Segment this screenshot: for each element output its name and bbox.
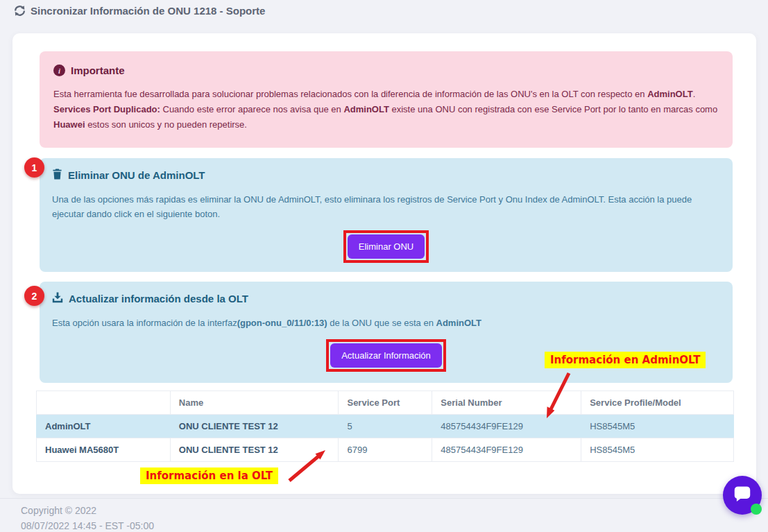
section-eliminar-onu: Eliminar ONU de AdminOLT Una de las opci… (40, 158, 733, 272)
step-1-badge: 1 (24, 157, 44, 178)
section1-body: Una de las opciones más rapidas es elimi… (52, 192, 720, 221)
cell-source: AdminOLT (37, 415, 171, 438)
footer-copyright: Copyright © 2022 (21, 505, 96, 516)
page-title: Sincronizar Información de ONU 1218 - So… (14, 5, 265, 17)
footer-datetime: 08/07/2022 14:45 - EST -05:00 (21, 520, 154, 531)
cell-service-port: 5 (339, 415, 432, 438)
main-card: i Importante Esta herramienta fue desarr… (12, 33, 756, 494)
online-status-dot (751, 504, 762, 515)
annotation-informacion-adminolt: Información en AdminOLT (545, 352, 706, 368)
cell-source: Huawei MA5680T (37, 438, 171, 462)
sync-icon (14, 5, 26, 17)
annotation-informacion-olt: Información en la OLT (140, 467, 278, 484)
section2-title-text: Actualizar información desde la OLT (69, 293, 248, 304)
page-title-text: Sincronizar Información de ONU 1218 - So… (31, 5, 265, 17)
header-name: Name (170, 391, 339, 415)
cell-profile: HS8545M5 (581, 415, 734, 438)
header-service-port: Service Port (339, 391, 432, 415)
table-row-olt: Huawei MA5680T ONU CLIENTE TEST 12 6799 … (37, 438, 734, 462)
alert-title: i Importante (53, 65, 719, 76)
section1-title: Eliminar ONU de AdminOLT (52, 169, 720, 182)
chat-widget-button[interactable] (723, 476, 762, 515)
important-alert: i Importante Esta herramienta fue desarr… (40, 51, 733, 148)
table-header-row: Name Service Port Serial Number Service … (37, 391, 734, 415)
actualizar-informacion-button[interactable]: Actualizar Información (330, 343, 442, 368)
section1-title-text: Eliminar ONU de AdminOLT (68, 169, 205, 181)
actualizar-button-annotation-box: Actualizar Información (326, 339, 446, 372)
eliminar-button-annotation-box: Eliminar ONU (343, 230, 429, 263)
cell-service-port: 6799 (339, 438, 432, 462)
header-service-profile: Service Profile/Model (581, 391, 734, 415)
cell-name: ONU CLIENTE TEST 12 (170, 438, 339, 462)
alert-body: Esta herramienta fue desarrollada para s… (53, 87, 719, 132)
alert-title-text: Importante (71, 65, 125, 76)
eliminar-onu-button[interactable]: Eliminar ONU (348, 234, 425, 259)
onu-comparison-table: Name Service Port Serial Number Service … (36, 391, 734, 462)
info-circle-icon: i (53, 65, 65, 76)
trash-icon (52, 169, 62, 182)
header-empty (37, 391, 171, 415)
section2-body: Esta opción usara la información de la i… (52, 316, 720, 330)
table-row-adminolt: AdminOLT ONU CLIENTE TEST 12 5 485754434… (37, 415, 734, 438)
header-serial-number: Serial Number (432, 391, 581, 415)
download-icon (52, 292, 63, 305)
section2-title: Actualizar información desde la OLT (52, 292, 720, 305)
cell-serial: 485754434F9FE129 (432, 438, 581, 462)
cell-profile: HS8545M5 (581, 438, 734, 462)
cell-serial: 485754434F9FE129 (432, 415, 581, 438)
footer-divider (0, 498, 768, 499)
step-2-badge: 2 (24, 286, 44, 306)
chat-bubble-icon (732, 483, 753, 507)
cell-name: ONU CLIENTE TEST 12 (170, 415, 339, 438)
